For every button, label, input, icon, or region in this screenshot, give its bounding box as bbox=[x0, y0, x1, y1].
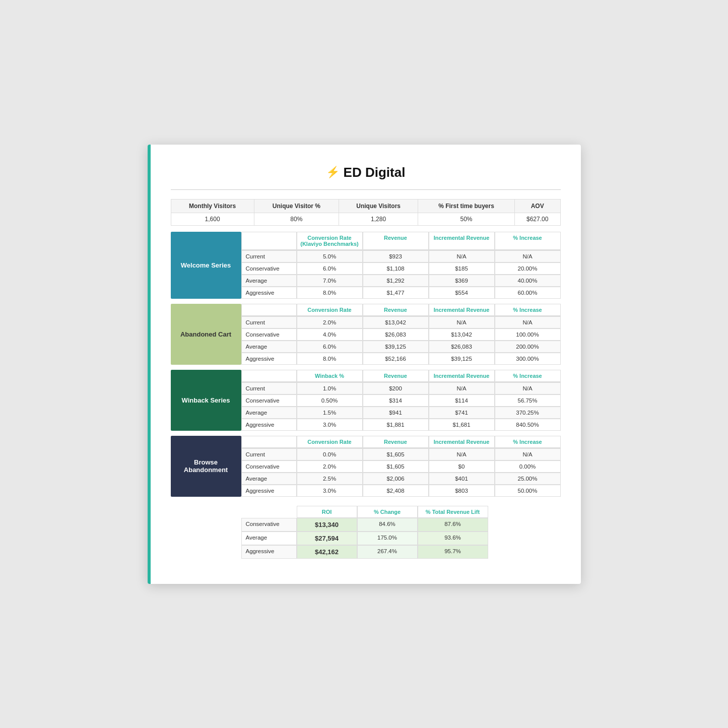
cell-winback-0-0: Current bbox=[241, 382, 297, 394]
summary-cell-0-2: 84.6% bbox=[357, 518, 418, 532]
cell-winback-1-1: 0.50% bbox=[297, 394, 363, 407]
table-row: Current5.0%$923N/AN/A bbox=[241, 250, 561, 262]
cell-winback-2-3: $741 bbox=[429, 407, 495, 419]
summary-row: Aggressive$42,162267.4%95.7% bbox=[241, 545, 561, 559]
cell-welcome-2-3: $369 bbox=[429, 275, 495, 287]
cell-browse-3-4: 50.00% bbox=[495, 485, 561, 497]
cell-welcome-0-0: Current bbox=[241, 250, 297, 262]
cell-welcome-2-1: 7.0% bbox=[297, 275, 363, 287]
summary-header-2: % Change bbox=[357, 506, 418, 518]
col-header-browse-0 bbox=[241, 436, 297, 448]
summary-cell-1-2: 175.0% bbox=[357, 532, 418, 545]
col-header-browse-3: Incremental Revenue bbox=[429, 436, 495, 448]
summary-row: Conservative$13,34084.6%87.6% bbox=[241, 518, 561, 532]
col-header-abandoned-2: Revenue bbox=[363, 304, 429, 316]
col-header-welcome-3: Incremental Revenue bbox=[429, 232, 495, 250]
cell-browse-2-1: 2.5% bbox=[297, 473, 363, 485]
summary-cell-2-1: $42,162 bbox=[297, 545, 357, 559]
cell-winback-1-2: $314 bbox=[363, 394, 429, 407]
sections-container: Welcome SeriesConversion Rate (Klaviyo B… bbox=[171, 232, 561, 497]
col-header-winback-4: % Increase bbox=[495, 370, 561, 382]
cell-welcome-0-2: $923 bbox=[363, 250, 429, 262]
cell-welcome-1-1: 6.0% bbox=[297, 262, 363, 275]
cell-abandoned-2-4: 200.00% bbox=[495, 341, 561, 353]
cell-welcome-0-1: 5.0% bbox=[297, 250, 363, 262]
cell-welcome-2-4: 40.00% bbox=[495, 275, 561, 287]
section-browse: Browse AbandonmentConversion RateRevenue… bbox=[171, 436, 561, 497]
top-metrics-table: Monthly Visitors Unique Visitor % Unique… bbox=[171, 199, 561, 226]
table-row: Current1.0%$200N/AN/A bbox=[241, 382, 561, 394]
cell-browse-0-1: 0.0% bbox=[297, 448, 363, 460]
val-aov: $627.00 bbox=[514, 213, 560, 225]
cell-abandoned-3-2: $52,166 bbox=[363, 353, 429, 365]
col-header-abandoned-0 bbox=[241, 304, 297, 316]
cell-winback-0-4: N/A bbox=[495, 382, 561, 394]
header: ⚡ ED Digital bbox=[171, 165, 561, 190]
col-first-time-buyers: % First time buyers bbox=[418, 199, 515, 213]
cell-welcome-0-4: N/A bbox=[495, 250, 561, 262]
cell-browse-2-2: $2,006 bbox=[363, 473, 429, 485]
summary-cell-0-1: $13,340 bbox=[297, 518, 357, 532]
table-row: Aggressive8.0%$1,477$55460.00% bbox=[241, 287, 561, 299]
summary-cell-2-3: 95.7% bbox=[418, 545, 488, 559]
cell-browse-2-4: 25.00% bbox=[495, 473, 561, 485]
cell-welcome-1-3: $185 bbox=[429, 262, 495, 275]
cell-abandoned-1-3: $13,042 bbox=[429, 328, 495, 341]
cell-abandoned-0-1: 2.0% bbox=[297, 316, 363, 328]
val-unique-visitors: 1,280 bbox=[339, 213, 418, 225]
cell-abandoned-1-2: $26,083 bbox=[363, 328, 429, 341]
table-row: Conservative0.50%$314$11456.75% bbox=[241, 394, 561, 407]
cell-abandoned-1-0: Conservative bbox=[241, 328, 297, 341]
section-welcome: Welcome SeriesConversion Rate (Klaviyo B… bbox=[171, 232, 561, 299]
col-header-browse-1: Conversion Rate bbox=[297, 436, 363, 448]
top-metrics-section: Monthly Visitors Unique Visitor % Unique… bbox=[171, 199, 561, 226]
col-aov: AOV bbox=[514, 199, 560, 213]
col-unique-visitors: Unique Visitors bbox=[339, 199, 418, 213]
col-header-welcome-1: Conversion Rate (Klaviyo Benchmarks) bbox=[297, 232, 363, 250]
cell-welcome-1-2: $1,108 bbox=[363, 262, 429, 275]
section-label-abandoned: Abandoned Cart bbox=[171, 304, 241, 365]
cell-browse-0-2: $1,605 bbox=[363, 448, 429, 460]
cell-abandoned-2-3: $26,083 bbox=[429, 341, 495, 353]
val-monthly-visitors: 1,600 bbox=[171, 213, 254, 225]
cell-winback-2-1: 1.5% bbox=[297, 407, 363, 419]
cell-welcome-3-2: $1,477 bbox=[363, 287, 429, 299]
cell-abandoned-3-1: 8.0% bbox=[297, 353, 363, 365]
cell-winback-3-3: $1,681 bbox=[429, 419, 495, 431]
cell-winback-1-4: 56.75% bbox=[495, 394, 561, 407]
table-row: Average6.0%$39,125$26,083200.00% bbox=[241, 341, 561, 353]
table-row: Aggressive3.0%$2,408$80350.00% bbox=[241, 485, 561, 497]
section-data-welcome: Conversion Rate (Klaviyo Benchmarks)Reve… bbox=[241, 232, 561, 299]
cell-abandoned-2-1: 6.0% bbox=[297, 341, 363, 353]
col-header-abandoned-3: Incremental Revenue bbox=[429, 304, 495, 316]
summary-header-0 bbox=[241, 506, 297, 518]
cell-browse-3-3: $803 bbox=[429, 485, 495, 497]
cell-winback-0-2: $200 bbox=[363, 382, 429, 394]
cell-welcome-3-0: Aggressive bbox=[241, 287, 297, 299]
cell-browse-3-0: Aggressive bbox=[241, 485, 297, 497]
col-header-welcome-2: Revenue bbox=[363, 232, 429, 250]
summary-cell-1-0: Average bbox=[241, 532, 297, 545]
cell-browse-0-0: Current bbox=[241, 448, 297, 460]
cell-browse-1-4: 0.00% bbox=[495, 460, 561, 473]
summary-cell-1-1: $27,594 bbox=[297, 532, 357, 545]
cell-browse-1-3: $0 bbox=[429, 460, 495, 473]
cell-abandoned-0-0: Current bbox=[241, 316, 297, 328]
cell-abandoned-1-4: 100.00% bbox=[495, 328, 561, 341]
logo-icon: ⚡ bbox=[326, 166, 340, 179]
cell-browse-1-2: $1,605 bbox=[363, 460, 429, 473]
cell-winback-2-4: 370.25% bbox=[495, 407, 561, 419]
cell-winback-2-0: Average bbox=[241, 407, 297, 419]
col-header-welcome-0 bbox=[241, 232, 297, 250]
section-data-browse: Conversion RateRevenueIncremental Revenu… bbox=[241, 436, 561, 497]
cell-winback-1-3: $114 bbox=[429, 394, 495, 407]
cell-abandoned-3-4: 300.00% bbox=[495, 353, 561, 365]
cell-welcome-1-0: Conservative bbox=[241, 262, 297, 275]
col-header-winback-1: Winback % bbox=[297, 370, 363, 382]
cell-welcome-3-1: 8.0% bbox=[297, 287, 363, 299]
summary-section: ROI% Change% Total Revenue LiftConservat… bbox=[241, 506, 561, 559]
table-row: Conservative4.0%$26,083$13,042100.00% bbox=[241, 328, 561, 341]
section-data-abandoned: Conversion RateRevenueIncremental Revenu… bbox=[241, 304, 561, 365]
cell-winback-0-3: N/A bbox=[429, 382, 495, 394]
table-row: Average7.0%$1,292$36940.00% bbox=[241, 275, 561, 287]
